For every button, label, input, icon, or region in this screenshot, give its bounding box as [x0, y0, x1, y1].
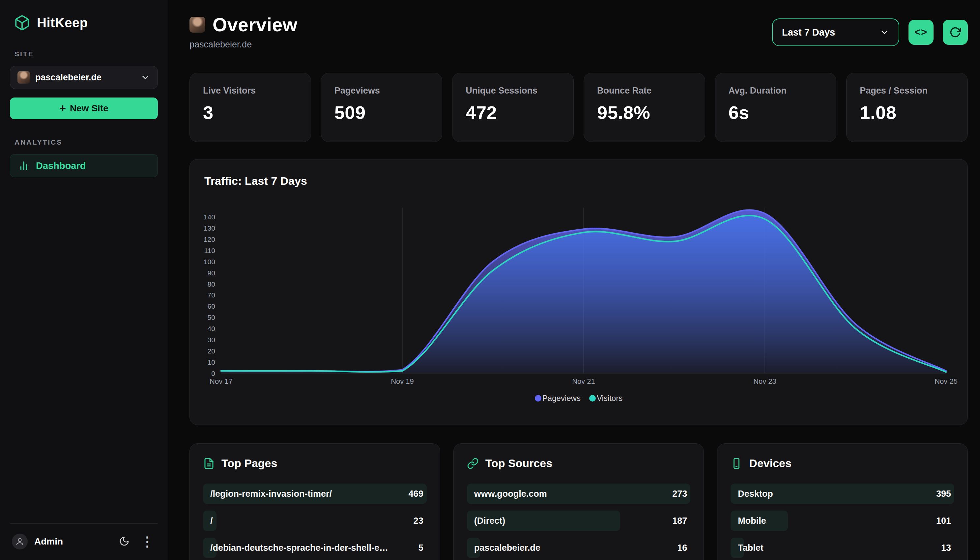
- stat-label: Avg. Duration: [728, 86, 823, 96]
- top-sources-list: www.google.com273(Direct)187pascalebeier…: [467, 483, 691, 558]
- traffic-area-chart: 0102030405060708090100110120130140Nov 17…: [190, 189, 967, 393]
- theme-toggle-button[interactable]: [117, 534, 132, 550]
- svg-text:70: 70: [208, 291, 215, 299]
- list-item[interactable]: (Direct)187: [467, 511, 691, 531]
- list-item-value: 469: [408, 489, 423, 499]
- svg-text:Nov 17: Nov 17: [210, 377, 233, 385]
- svg-text:Nov 21: Nov 21: [572, 377, 595, 385]
- card-title: Top Pages: [222, 457, 277, 470]
- chevron-down-icon: [140, 72, 150, 82]
- stat-label: Pageviews: [335, 86, 429, 96]
- svg-text:60: 60: [208, 302, 215, 310]
- list-item-value: 13: [941, 543, 951, 553]
- sidebar-item-label: Dashboard: [36, 160, 86, 171]
- stat-card-pages-per-session: Pages / Session 1.08: [846, 73, 968, 142]
- stat-label: Unique Sessions: [466, 86, 560, 96]
- site-selector[interactable]: pascalebeier.de: [10, 66, 158, 89]
- stat-card-avg-duration: Avg. Duration 6s: [715, 73, 837, 142]
- list-item-label: Desktop: [738, 489, 773, 499]
- bar-chart-icon: [18, 160, 29, 171]
- list-item[interactable]: Tablet13: [730, 538, 954, 558]
- svg-text:Nov 25: Nov 25: [935, 377, 958, 385]
- site-selector-value: pascalebeier.de: [35, 72, 135, 83]
- stat-label: Pages / Session: [860, 86, 954, 96]
- list-item-label: pascalebeier.de: [474, 543, 540, 553]
- stats-row: Live Visitors 3 Pageviews 509 Unique Ses…: [190, 73, 968, 142]
- list-item-label: www.google.com: [474, 489, 547, 499]
- refresh-icon: [949, 27, 961, 38]
- list-item[interactable]: pascalebeier.de16: [467, 538, 691, 558]
- list-item[interactable]: www.google.com273: [467, 483, 691, 504]
- overflow-menu-button[interactable]: ⋮: [139, 535, 156, 548]
- date-range-value: Last 7 Days: [782, 27, 835, 38]
- list-item-value: 101: [936, 516, 951, 526]
- svg-text:140: 140: [203, 213, 215, 221]
- legend-item-pageviews[interactable]: Pageviews: [535, 393, 581, 403]
- stat-value: 95.8%: [597, 102, 692, 123]
- value-bar: [203, 511, 217, 531]
- cube-logo-icon: [14, 15, 30, 31]
- legend-item-visitors[interactable]: Visitors: [589, 393, 622, 403]
- svg-text:130: 130: [203, 224, 215, 232]
- card-title: Devices: [749, 457, 792, 470]
- stat-card-pageviews: Pageviews 509: [321, 73, 443, 142]
- link-icon: [467, 458, 479, 469]
- sidebar-item-dashboard[interactable]: Dashboard: [10, 154, 158, 177]
- page-subtitle: pascalebeier.de: [190, 40, 298, 50]
- date-range-selector[interactable]: Last 7 Days: [772, 18, 899, 46]
- svg-text:20: 20: [208, 347, 215, 355]
- legend-label: Visitors: [597, 393, 622, 403]
- list-item-value: 23: [413, 516, 423, 526]
- list-item[interactable]: Desktop395: [730, 483, 954, 504]
- list-item-label: Mobile: [738, 516, 766, 526]
- stat-card-unique-sessions: Unique Sessions 472: [452, 73, 574, 142]
- list-item[interactable]: Mobile101: [730, 511, 954, 531]
- new-site-label: New Site: [70, 103, 108, 113]
- file-text-icon: [203, 458, 215, 469]
- kebab-icon: ⋮: [141, 537, 154, 547]
- svg-text:120: 120: [203, 235, 215, 243]
- svg-text:80: 80: [208, 280, 215, 288]
- svg-text:0: 0: [211, 370, 215, 377]
- refresh-button[interactable]: [943, 20, 968, 45]
- list-item[interactable]: /debian-deutsche-sprache-in-der-shell-ei…: [203, 538, 427, 558]
- list-item-label: Tablet: [738, 543, 763, 553]
- site-avatar: [17, 71, 30, 84]
- svg-text:100: 100: [203, 258, 215, 265]
- analytics-section-label: ANALYTICS: [15, 138, 158, 146]
- site-avatar-large: [190, 17, 205, 33]
- app-logo: HitKeep: [10, 15, 158, 31]
- svg-text:110: 110: [204, 247, 215, 254]
- list-item-value: 16: [677, 543, 687, 553]
- list-item-value: 187: [672, 516, 687, 526]
- devices-card: Devices Desktop395Mobile101Tablet13: [717, 443, 968, 560]
- svg-text:Nov 23: Nov 23: [753, 377, 777, 385]
- svg-text:Nov 19: Nov 19: [391, 377, 414, 385]
- moon-icon: [119, 536, 130, 547]
- chart-legend: Pageviews Visitors: [190, 393, 967, 403]
- list-item[interactable]: /23: [203, 511, 427, 531]
- new-site-button[interactable]: + New Site: [10, 98, 158, 119]
- svg-text:50: 50: [208, 313, 215, 321]
- embed-code-button[interactable]: <>: [908, 20, 933, 45]
- stat-value: 472: [466, 102, 560, 123]
- svg-text:90: 90: [208, 269, 215, 277]
- app-title: HitKeep: [37, 15, 88, 30]
- sidebar-footer: Admin ⋮: [10, 523, 158, 554]
- card-title: Top Sources: [485, 457, 552, 470]
- legend-dot-visitors: [589, 395, 596, 402]
- stat-value: 509: [335, 102, 429, 123]
- list-item-label: (Direct): [474, 516, 505, 526]
- list-item-label: /: [210, 516, 213, 526]
- list-item[interactable]: /legion-remix-invasion-timer/469: [203, 483, 427, 504]
- stat-value: 6s: [728, 102, 823, 123]
- smartphone-icon: [730, 458, 742, 469]
- stat-value: 3: [203, 102, 298, 123]
- page-header: Overview pascalebeier.de Last 7 Days <>: [190, 14, 968, 50]
- list-item-value: 395: [936, 489, 951, 499]
- main-content: Overview pascalebeier.de Last 7 Days <>: [168, 0, 980, 560]
- chevron-down-icon: [880, 27, 889, 37]
- traffic-chart-title: Traffic: Last 7 Days: [190, 160, 967, 187]
- svg-text:40: 40: [208, 325, 215, 332]
- top-pages-list: /legion-remix-invasion-timer/469/23/debi…: [203, 483, 427, 558]
